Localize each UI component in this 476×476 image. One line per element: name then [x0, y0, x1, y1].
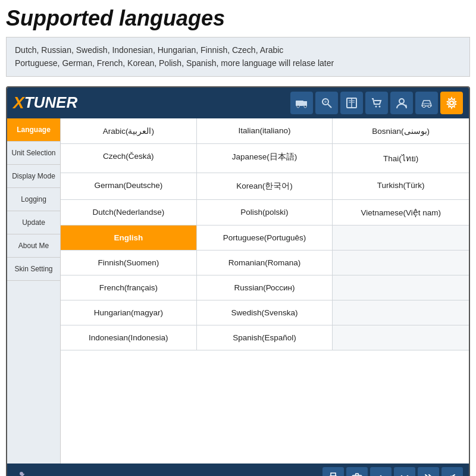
language-cell[interactable]: Dutch(Nederlandse) — [61, 200, 197, 226]
language-cell[interactable]: French(français) — [61, 275, 197, 300]
top-icons — [290, 92, 463, 114]
back-icon[interactable] — [441, 467, 463, 476]
sidebar-item-unit-selection[interactable]: Unit Selection — [7, 142, 60, 165]
language-cell[interactable]: Vietnamese(Việt nam) — [333, 200, 469, 226]
svg-rect-0 — [296, 101, 303, 106]
svg-point-15 — [399, 99, 404, 104]
svg-point-17 — [428, 105, 431, 107]
sidebar-item-skin-setting[interactable]: Skin Setting — [7, 258, 60, 281]
print-icon[interactable] — [322, 467, 344, 476]
manual-icon[interactable] — [340, 92, 363, 114]
sidebar-item-logging[interactable]: Logging — [7, 188, 60, 211]
sidebar-item-language[interactable]: Language — [7, 118, 60, 142]
language-cell[interactable]: Arabic(العربية) — [61, 118, 197, 144]
language-cell[interactable]: Italian(italiano) — [197, 118, 333, 144]
language-cell — [333, 250, 469, 275]
settings-icon[interactable] — [440, 92, 463, 114]
language-cell[interactable]: Portuguese(Português) — [197, 226, 333, 250]
sidebar-item-about-me[interactable]: About Me — [7, 234, 60, 258]
top-bar: X TUNER — [7, 87, 469, 118]
up-icon[interactable] — [370, 467, 392, 476]
user-icon[interactable] — [390, 92, 413, 114]
bottom-bar — [7, 464, 469, 476]
app-container: X TUNER — [6, 86, 470, 476]
language-cell[interactable]: Finnish(Suomen) — [61, 250, 197, 275]
language-cell[interactable]: Hungarian(magyar) — [61, 300, 197, 325]
language-cell — [333, 226, 469, 250]
cart-icon[interactable] — [365, 92, 388, 114]
language-cell[interactable]: Turkish(Türk) — [333, 173, 469, 200]
language-cell — [333, 325, 469, 350]
sidebar-item-display-mode[interactable]: Display Mode — [7, 165, 60, 188]
page-title: Supported languages — [6, 6, 470, 31]
app-logo: X TUNER — [13, 93, 77, 112]
search-icon[interactable] — [315, 92, 338, 114]
language-cell — [333, 300, 469, 325]
svg-point-19 — [450, 101, 453, 105]
logo-tuner: TUNER — [24, 93, 78, 112]
svg-point-2 — [297, 105, 299, 108]
svg-point-16 — [423, 105, 425, 107]
language-cell[interactable]: Russian(Россин) — [197, 275, 333, 300]
run-icon[interactable] — [13, 467, 35, 476]
language-cell[interactable]: German(Deutsche) — [61, 173, 197, 200]
language-description: Dutch, Russian, Swedish, Indonesian, Hun… — [6, 37, 470, 77]
language-cell[interactable]: Romanian(Romana) — [197, 250, 333, 275]
svg-point-6 — [324, 101, 327, 103]
language-cell[interactable]: Polish(polski) — [197, 200, 333, 226]
sidebar: Language Unit Selection Display Mode Log… — [7, 118, 61, 464]
svg-line-5 — [328, 104, 331, 108]
language-grid: Arabic(العربية)Italian(italiano)Bosnian(… — [61, 118, 469, 350]
language-cell[interactable]: Spanish(Español) — [197, 325, 333, 350]
logo-x: X — [13, 93, 24, 112]
down-icon[interactable] — [394, 467, 415, 476]
svg-rect-22 — [331, 473, 336, 476]
language-cell[interactable]: English — [61, 226, 197, 250]
content-area: Arabic(العربية)Italian(italiano)Bosnian(… — [61, 118, 469, 464]
svg-point-3 — [304, 105, 306, 108]
language-cell[interactable]: Korean(한국어) — [197, 173, 333, 200]
sidebar-item-update[interactable]: Update — [7, 211, 60, 234]
camera-icon[interactable] — [346, 467, 368, 476]
main-layout: Language Unit Selection Display Mode Log… — [7, 118, 469, 464]
language-cell[interactable]: Swedish(Svenska) — [197, 300, 333, 325]
language-cell[interactable]: Czech(Česká) — [61, 144, 197, 173]
svg-point-14 — [379, 105, 381, 107]
language-cell[interactable]: Thai(ไทย) — [333, 144, 469, 173]
truck-icon[interactable] — [290, 92, 313, 114]
car-icon[interactable] — [415, 92, 438, 114]
bottom-right-icons — [322, 467, 463, 476]
svg-point-13 — [375, 105, 377, 107]
language-cell — [333, 275, 469, 300]
forward-icon[interactable] — [418, 467, 439, 476]
language-cell[interactable]: Indonesian(Indonesia) — [61, 325, 197, 350]
language-cell[interactable]: Bosnian(بوسنی) — [333, 118, 469, 144]
language-cell[interactable]: Japanese(日本語) — [197, 144, 333, 173]
